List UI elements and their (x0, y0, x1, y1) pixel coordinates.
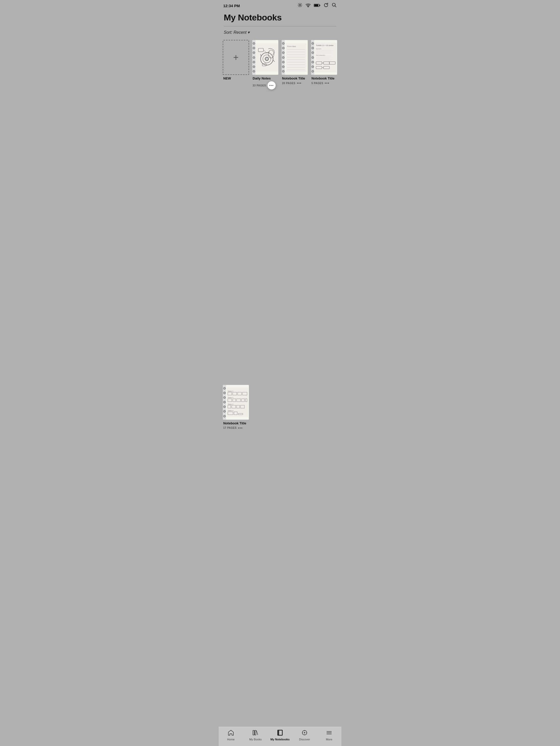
notebooks-grid: + NEW (219, 37, 341, 726)
nav-more-label: More (326, 738, 332, 741)
nav-my-books[interactable]: My Books (243, 728, 268, 742)
nav-my-books-label: My Books (249, 738, 261, 741)
notebook-2-more-button[interactable]: ••• (297, 81, 302, 85)
sort-button[interactable]: Sort: Recent ▾ (224, 30, 250, 35)
books-icon (252, 729, 259, 737)
brightness-icon (298, 3, 303, 9)
nav-discover[interactable]: Discover (292, 728, 317, 742)
new-plus-icon: + (233, 53, 239, 62)
search-icon[interactable] (332, 3, 337, 9)
sort-label: Sort: Recent (224, 30, 247, 35)
notebook-2-item[interactable]: Form Idea Notebook Title 20 PAGES • (282, 40, 308, 381)
status-icons (298, 3, 337, 9)
svg-text:Post interaction:: Post interaction: (316, 54, 326, 56)
spiral-binding (252, 40, 255, 75)
svg-point-18 (265, 57, 269, 61)
svg-line-8 (301, 4, 302, 4)
notebooks-icon (277, 729, 283, 737)
nav-home[interactable]: Home (219, 728, 243, 742)
daily-notes-cover (252, 40, 278, 75)
page-title: My Notebooks (224, 12, 336, 23)
daily-notes-pages: 33 PAGES (253, 84, 266, 87)
svg-rect-77 (255, 730, 256, 735)
notebook-3-pages: 5 PAGES (311, 82, 323, 85)
notebook-4-name: Notebook Title (223, 421, 249, 426)
svg-text:Option 3: Option 3 (228, 403, 233, 405)
sync-icon[interactable] (324, 3, 329, 9)
notebook-3-name: Notebook Title (311, 77, 337, 81)
svg-text:Option 2: Option 2 (228, 397, 233, 398)
svg-rect-76 (253, 730, 254, 735)
notebook-3-item[interactable]: Toolkits 1.0 – UX review Scenario: Post … (311, 40, 337, 381)
svg-rect-11 (319, 5, 320, 6)
bottom-nav: Home My Books My Notebooks (219, 726, 341, 746)
svg-rect-37 (315, 43, 336, 72)
svg-line-4 (301, 6, 302, 7)
sort-chevron: ▾ (248, 30, 250, 35)
notebook-3-info: Notebook Title 5 PAGES ••• (311, 77, 337, 85)
sort-bar: Sort: Recent ▾ (219, 26, 341, 37)
spiral-4 (223, 385, 226, 420)
notebook-4-cover: Option 1 Option 2 Option 3 (223, 385, 249, 420)
notebook-3-cover: Toolkits 1.0 – UX review Scenario: Post … (311, 40, 337, 75)
svg-point-0 (299, 4, 301, 6)
daily-notes-name: Daily Notes (253, 77, 278, 81)
nav-discover-label: Discover (299, 738, 310, 741)
spiral-2 (282, 40, 285, 75)
nav-home-label: Home (227, 738, 234, 741)
more-menu-icon (326, 729, 332, 737)
daily-notes-item[interactable]: Daily Notes 33 PAGES ••• (252, 40, 278, 381)
status-bar: 12:34 PM (219, 0, 341, 10)
battery-icon (314, 3, 320, 8)
new-notebook-cover: + (223, 40, 249, 75)
svg-point-9 (308, 6, 308, 7)
svg-rect-55 (227, 388, 248, 417)
nav-my-notebooks[interactable]: My Notebooks (268, 728, 292, 742)
nav-more[interactable]: More (317, 728, 341, 742)
new-notebook-item[interactable]: + NEW (223, 40, 249, 381)
svg-text:Option 1: Option 1 (228, 390, 233, 392)
notebook-2-pages: 20 PAGES (282, 82, 295, 85)
svg-point-85 (304, 733, 305, 733)
svg-line-14 (335, 6, 336, 7)
svg-text:Scenario:: Scenario: (316, 48, 322, 50)
svg-text:Form Idea: Form Idea (287, 45, 296, 48)
notebook-2-cover: Form Idea (282, 40, 308, 75)
svg-line-7 (299, 6, 299, 7)
svg-text:Toolkits 1.0 – UX review: Toolkits 1.0 – UX review (316, 45, 333, 46)
status-time: 12:34 PM (223, 4, 240, 8)
svg-text:Option 4: Option 4 (228, 410, 233, 411)
spiral-3 (311, 40, 314, 75)
notebook-3-meta: 5 PAGES ••• (311, 81, 337, 85)
notebook-3-more-button[interactable]: ••• (325, 81, 330, 85)
notebook-2-name: Notebook Title (282, 77, 307, 81)
notebook-4-more-button[interactable]: ••• (238, 426, 243, 430)
nav-my-notebooks-label: My Notebooks (270, 738, 289, 741)
page-header: My Notebooks (219, 10, 341, 23)
notebook-2-info: Notebook Title 20 PAGES ••• (282, 77, 308, 85)
daily-notes-meta: 33 PAGES ••• (253, 81, 278, 89)
new-notebook-label: NEW (223, 77, 249, 81)
svg-rect-12 (314, 4, 318, 6)
daily-notes-info: Daily Notes 33 PAGES ••• (252, 77, 278, 89)
wifi-icon (306, 3, 311, 8)
daily-notes-more-button[interactable]: ••• (268, 81, 276, 89)
notebook-4-info: Notebook Title 17 PAGES ••• (223, 421, 249, 430)
discover-icon (301, 729, 308, 737)
svg-line-3 (299, 4, 299, 4)
notebook-2-meta: 20 PAGES ••• (282, 81, 307, 85)
home-icon (228, 729, 234, 737)
notebook-4-item[interactable]: Option 1 Option 2 Option 3 (223, 385, 249, 721)
notebook-4-pages: 17 PAGES (223, 426, 236, 429)
new-notebook-info: NEW (223, 77, 249, 81)
notebook-4-meta: 17 PAGES ••• (223, 426, 249, 430)
